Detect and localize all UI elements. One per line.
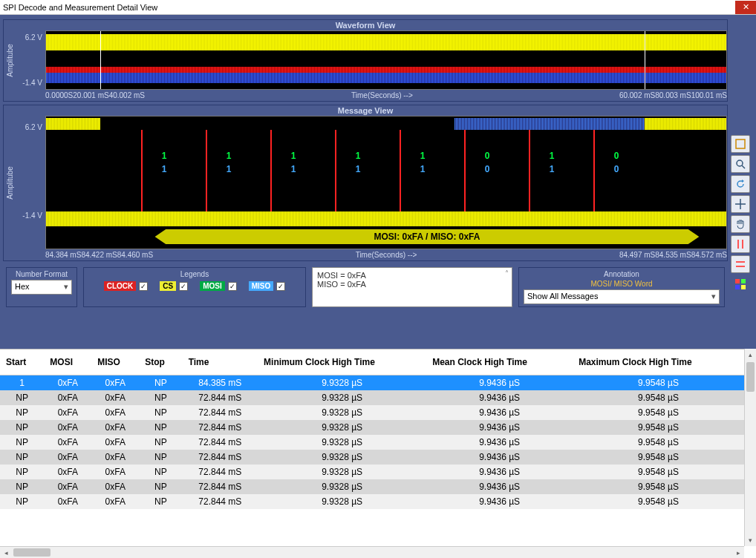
col-header[interactable]: MOSI [44,349,91,375]
svg-marker-3 [742,180,744,183]
legend-miso[interactable]: MISO✓ [249,281,286,291]
col-header[interactable]: Mean Clock High Time [426,349,573,375]
svg-rect-0 [736,140,745,148]
table-row[interactable]: NP0xFA0xFANP72.844 mS9.9328 µS9.9436 µS9… [0,405,744,420]
waveform-plot[interactable] [45,30,727,90]
svg-rect-12 [735,285,740,289]
legends-box: Legends CLOCK✓ CS✓ MOSI✓ MISO✓ [83,267,306,307]
undo-icon[interactable] [731,175,750,193]
main-area: Waveform View Amplitube 6.2 V-1.4 V 0.00… [0,15,756,349]
legend-mosi[interactable]: MOSI✓ [200,281,237,291]
decode-text-box: MOSI = 0xFA MISO = 0xFA ˄ [312,267,512,307]
show-messages-combo[interactable]: Show All Messages [524,289,720,304]
col-header[interactable]: Minimum Clock High Time [258,349,426,375]
message-title: Message View [4,105,727,116]
data-table-wrap: StartMOSIMISOStopTimeMinimum Clock High … [0,349,744,546]
close-button[interactable]: ✕ [735,1,756,14]
color-palette-icon[interactable] [731,275,750,293]
table-row[interactable]: NP0xFA0xFANP72.844 mS9.9328 µS9.9436 µS9… [0,420,744,435]
table-row[interactable]: NP0xFA0xFANP72.844 mS9.9328 µS9.9436 µS9… [0,465,744,479]
table-row[interactable]: 10xFA0xFANP84.385 mS9.9328 µS9.9436 µS9.… [0,375,744,391]
scroll-up-icon[interactable]: ˄ [505,269,509,278]
table-row[interactable]: NP0xFA0xFANP72.844 mS9.9328 µS9.9436 µS9… [0,435,744,450]
cursor-vertical-icon[interactable] [731,235,750,253]
message-xaxis: 84.384 mS 84.422 mS 84.460 mS Time(Secon… [4,249,727,260]
waveform-xaxis: 0.0000S 20.001 mS 40.002 mS Time(Seconds… [4,90,727,101]
move-icon[interactable] [731,195,750,213]
svg-rect-11 [741,279,746,283]
tool-column [731,19,753,346]
svg-rect-10 [735,279,740,283]
table-row[interactable]: NP0xFA0xFANP72.844 mS9.9328 µS9.9436 µS9… [0,479,744,494]
legend-clock[interactable]: CLOCK✓ [104,281,149,291]
col-header[interactable]: Maximum Clock High Time [573,349,744,375]
col-header[interactable]: Start [0,349,44,375]
charts-column: Waveform View Amplitube 6.2 V-1.4 V 0.00… [3,19,728,346]
message-ylabel: Amplitube [4,116,16,249]
controls-row: Number Format Hex Legends CLOCK✓ CS✓ MOS… [3,264,728,310]
message-yaxis: 6.2 V-1.4 V [16,116,45,249]
annotation-word: MOSI/ MISO Word [524,280,720,288]
cursor-horizontal-icon[interactable] [731,255,750,273]
data-table[interactable]: StartMOSIMISOStopTimeMinimum Clock High … [0,349,744,509]
table-row[interactable]: NP0xFA0xFANP72.844 mS9.9328 µS9.9436 µS9… [0,494,744,509]
col-header[interactable]: MISO [91,349,139,375]
col-header[interactable]: Stop [139,349,182,375]
zoom-icon[interactable] [731,155,750,173]
pan-hand-icon[interactable] [731,215,750,233]
svg-line-2 [742,165,745,168]
table-row[interactable]: NP0xFA0xFANP72.844 mS9.9328 µS9.9436 µS9… [0,450,744,465]
waveform-title: Waveform View [4,20,727,30]
waveform-yaxis: 6.2 V-1.4 V [16,30,45,90]
number-format-combo[interactable]: Hex [11,280,72,295]
message-plot[interactable]: MOSI: 0xFA / MISO: 0xFA 1111111111001100 [45,116,727,249]
col-header[interactable]: Time [183,349,258,375]
svg-rect-13 [741,285,746,289]
horizontal-scrollbar[interactable]: ◂ ▸ [0,546,744,558]
waveform-ylabel: Amplitube [4,30,16,90]
waveform-panel: Waveform View Amplitube 6.2 V-1.4 V 0.00… [3,19,728,102]
vertical-scrollbar[interactable]: ▴ ▾ [744,349,756,546]
fit-icon[interactable] [731,135,750,153]
title-bar: SPI Decode and Measurement Detail View ✕ [0,0,756,15]
decode-tag: MOSI: 0xFA / MISO: 0xFA [155,229,700,244]
message-panel: Message View Amplitube 6.2 V-1.4 V MOSI:… [3,105,728,261]
window-title: SPI Decode and Measurement Detail View [3,3,157,12]
table-row[interactable]: NP0xFA0xFANP72.844 mS9.9328 µS9.9436 µS9… [0,390,744,405]
annotation-box: Annotation MOSI/ MISO Word Show All Mess… [518,267,725,307]
svg-point-1 [737,160,743,166]
legend-cs[interactable]: CS✓ [160,281,188,291]
number-format-box: Number Format Hex [6,267,77,307]
